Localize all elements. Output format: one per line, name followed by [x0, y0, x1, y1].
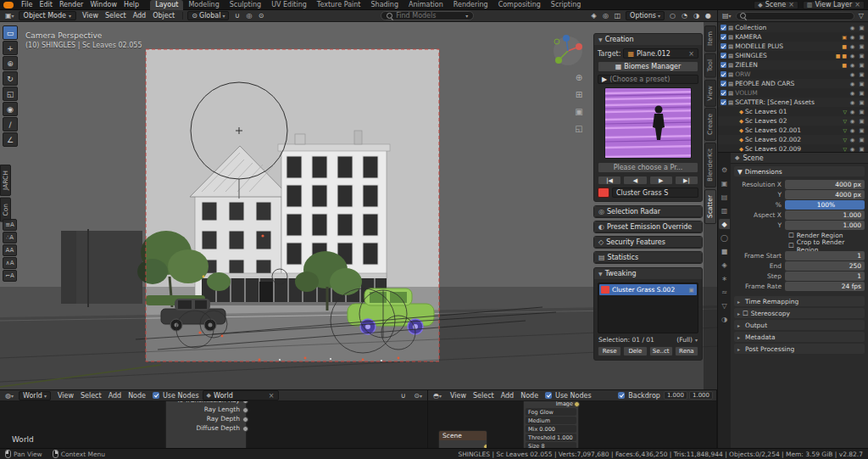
node-output-socket[interactable]: Ray Depth: [166, 414, 246, 423]
outliner-row[interactable]: ▤ SCATTER: [Scene] Assets ◉ ▣: [718, 98, 868, 107]
outliner-row[interactable]: ▤ VOLUM ◉ ▣: [718, 88, 868, 98]
search-filter-caret-icon[interactable]: ▾: [465, 13, 468, 19]
object-data-properties-icon[interactable]: ▽: [719, 300, 730, 311]
layer-name-field[interactable]: Cluster Grass S: [612, 188, 698, 198]
rotate-tool[interactable]: ↻: [3, 71, 18, 86]
hide-viewport-icon[interactable]: ◉: [849, 127, 856, 134]
node-parameter[interactable]: Medium: [526, 417, 576, 424]
transport-button[interactable]: ▶: [649, 176, 673, 185]
creation-panel-header[interactable]: ▼ Creation: [594, 34, 702, 45]
hide-viewport-icon[interactable]: ◉: [849, 81, 856, 87]
outliner-row[interactable]: ▤ ZIELEN ■ ◉ ▣: [718, 60, 868, 70]
node-parameter[interactable]: Fog Glow: [526, 408, 576, 416]
datablock-name[interactable]: PEOPLE AND CARS: [735, 80, 845, 87]
editor-menu-item[interactable]: Select: [77, 392, 105, 400]
workspace-tab[interactable]: UV Editing: [266, 0, 312, 10]
transform-orientation-selector[interactable]: ⊙ Global ▾: [187, 11, 229, 20]
hide-viewport-icon[interactable]: ◉: [849, 53, 856, 59]
world-properties-icon[interactable]: ◯: [719, 232, 730, 243]
outliner-row[interactable]: ◆ Sc Leaves 01 ▽ ◉ ▣: [718, 107, 868, 116]
outliner-row[interactable]: ▤ MODELLE PLUS ■ ◉ ▣: [718, 42, 868, 51]
workspace-tab[interactable]: Sculpting: [225, 0, 266, 10]
jarch-tool-button[interactable]: ∧A: [3, 257, 17, 269]
datablock-name[interactable]: MODELLE PLUS: [735, 42, 840, 50]
viewport-menu-item[interactable]: Add: [130, 12, 150, 20]
datablock-name[interactable]: Sc Leaves 01: [745, 108, 841, 115]
annotate-tool[interactable]: ∕: [3, 117, 18, 132]
outliner-row[interactable]: ▤ Collection ◉ ▣: [718, 23, 868, 32]
solid-shading-icon[interactable]: ◔: [679, 11, 690, 20]
options-dropdown[interactable]: Options ▾: [626, 11, 665, 20]
collapsed-panel-header[interactable]: ▸ ☐ Stereoscopy: [734, 308, 865, 318]
datablock-name[interactable]: ORW: [735, 70, 845, 78]
use-nodes-checkbox[interactable]: [545, 392, 552, 399]
editor-type-icon[interactable]: ▤▾: [721, 12, 733, 20]
collection-checkbox[interactable]: [721, 99, 726, 105]
outliner-row[interactable]: ▤ ORW ◉ ▣: [718, 70, 868, 79]
backdrop-checkbox[interactable]: [618, 392, 625, 399]
outliner-search[interactable]: [736, 12, 854, 20]
preset-dropdown[interactable]: ▶ (Choose a preset): [598, 75, 698, 84]
editor-menu-item[interactable]: Add: [105, 392, 125, 400]
tweaking-action-button[interactable]: Rena: [675, 346, 698, 356]
selection-dropdown-icon[interactable]: ▾: [695, 337, 698, 343]
viewport-menu-item[interactable]: Object: [149, 12, 178, 20]
editor-menu-item[interactable]: View: [447, 392, 470, 400]
tweaking-panel-header[interactable]: ▼ Tweaking: [594, 268, 702, 279]
sidebar-tab[interactable]: Create: [704, 108, 716, 141]
target-object-field[interactable]: ▦ Plane.012 ×: [623, 48, 698, 59]
disable-render-icon[interactable]: ▣: [858, 146, 865, 153]
tweaking-action-button[interactable]: Dele: [623, 346, 647, 356]
node-output-socket[interactable]: Image: [526, 401, 576, 407]
disable-render-icon[interactable]: ▣: [858, 90, 865, 97]
node-parameter[interactable]: Size 8: [526, 442, 576, 448]
collection-checkbox[interactable]: [721, 25, 726, 31]
property-field[interactable]: 24 fps: [785, 282, 865, 291]
camera-view-icon[interactable]: ▣: [571, 105, 587, 118]
datablock-name[interactable]: Sc Leaves 02.009: [745, 145, 841, 152]
disable-render-icon[interactable]: ▣: [858, 34, 865, 41]
pivot-dropdown-icon[interactable]: ⊙▾: [412, 392, 424, 400]
layer-color-swatch[interactable]: [601, 286, 609, 294]
hide-viewport-icon[interactable]: ◉: [849, 71, 856, 78]
rendered-shading-icon[interactable]: ●: [703, 11, 714, 20]
disable-render-icon[interactable]: ▣: [858, 25, 865, 31]
sidebar-tab[interactable]: View: [704, 80, 716, 107]
move-tool[interactable]: ⊕: [3, 56, 18, 70]
unlink-scene-icon[interactable]: ×: [788, 1, 794, 8]
hide-viewport-icon[interactable]: ◉: [849, 99, 856, 106]
menubar-item[interactable]: Window: [86, 0, 120, 10]
outliner-row[interactable]: ▤ PEOPLE AND CARS ◉ ▣: [718, 79, 868, 88]
world-id-field[interactable]: ◆ World ×: [203, 390, 279, 400]
use-nodes-checkbox[interactable]: [153, 392, 159, 399]
workspace-tab[interactable]: Compositing: [493, 0, 546, 10]
jarch-tool-button[interactable]: ≡A: [3, 219, 17, 231]
editor-menu-item[interactable]: Add: [498, 392, 518, 400]
snap-magnet-icon[interactable]: ∪: [231, 11, 242, 20]
hide-viewport-icon[interactable]: ◉: [849, 25, 856, 31]
collapsed-section[interactable]: ◐ Preset Emission Override: [593, 221, 703, 233]
filter-icon[interactable]: ▽: [857, 12, 865, 20]
gizmos-toggle-icon[interactable]: ◈: [588, 11, 599, 20]
editor-type-icon[interactable]: ◍▾: [3, 392, 15, 400]
node-output-socket[interactable]: Ray Length: [166, 405, 246, 414]
disable-render-icon[interactable]: ▣: [858, 53, 865, 59]
hide-viewport-icon[interactable]: ◉: [849, 34, 856, 41]
property-field[interactable]: 1.000: [785, 221, 865, 230]
collapsed-panel-header[interactable]: ▸ Post Processing: [734, 344, 865, 354]
hide-viewport-icon[interactable]: ◉: [849, 137, 856, 143]
sidebar-tab[interactable]: BlenderKit: [704, 143, 716, 188]
editor-menu-item[interactable]: Node: [517, 392, 542, 400]
particles-properties-icon[interactable]: ∗: [719, 273, 730, 283]
transport-button[interactable]: ◀: [623, 176, 647, 185]
menubar-item[interactable]: File: [18, 0, 36, 10]
workspace-tab[interactable]: Shading: [365, 0, 403, 10]
workspace-tab[interactable]: Texture Paint: [312, 0, 366, 10]
hide-viewport-icon[interactable]: ◉: [849, 62, 856, 69]
menubar-item[interactable]: Render: [56, 0, 86, 10]
datablock-name[interactable]: KAMERA: [735, 33, 840, 41]
disable-render-icon[interactable]: ▣: [858, 81, 865, 87]
hide-viewport-icon[interactable]: ◉: [849, 90, 856, 97]
outliner-row[interactable]: ▤ SHINGLES ■ ■ ◉ ▣: [718, 51, 868, 60]
collection-checkbox[interactable]: [721, 90, 726, 96]
